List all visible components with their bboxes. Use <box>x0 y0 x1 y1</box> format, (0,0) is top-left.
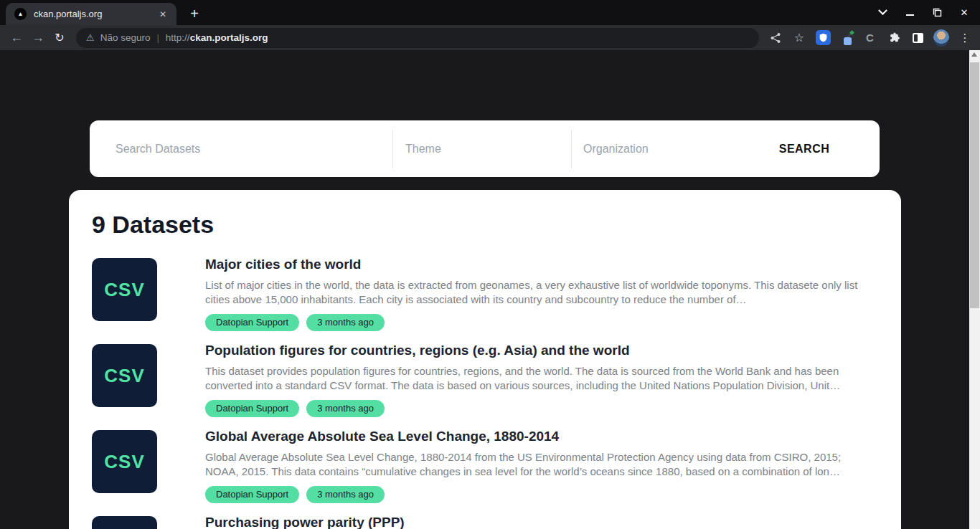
page-scrollbar[interactable] <box>969 50 980 529</box>
tab-strip: ▲ ckan.portaljs.org ✕ + ✕ <box>0 0 980 25</box>
dataset-badge: Datopian Support <box>205 400 299 417</box>
address-bar[interactable]: ⚠ Não seguro | http:// ckan.portaljs.org <box>76 28 759 48</box>
url-divider: | <box>156 32 159 43</box>
share-icon[interactable] <box>768 30 783 46</box>
scrollbar-thumb[interactable] <box>970 62 979 308</box>
format-label: CSV <box>104 279 144 301</box>
dataset-description: This dataset provides population figures… <box>205 364 876 393</box>
dataset-row: CSV Purchasing power parity (PPP) <box>92 516 876 529</box>
dataset-content: Global Average Absolute Sea Level Change… <box>205 427 876 516</box>
dataset-badges: Datopian Support3 months ago <box>205 314 876 331</box>
browser-toolbar: ← → ↻ ⚠ Não seguro | http:// ckan.portal… <box>0 25 980 50</box>
browser-menu-icon[interactable]: ⋮ <box>957 30 973 46</box>
not-secure-label: Não seguro <box>100 32 151 43</box>
theme-field-wrap <box>393 120 572 177</box>
dataset-row: CSV Global Average Absolute Sea Level Ch… <box>92 430 876 516</box>
color-picker-extension-icon[interactable] <box>839 30 854 46</box>
minimize-button[interactable] <box>904 7 915 19</box>
dataset-search-bar: SEARCH <box>90 120 880 177</box>
page-viewport: SEARCH 9 Datasets CSV Major cities of th… <box>0 50 980 529</box>
password-manager-shield-icon[interactable] <box>815 30 831 46</box>
site-favicon-icon: ▲ <box>14 8 27 20</box>
datasets-results-card: 9 Datasets CSV Major cities of the world… <box>69 190 901 529</box>
search-datasets-input[interactable] <box>116 143 365 156</box>
format-label: CSV <box>104 451 144 473</box>
close-button[interactable]: ✕ <box>958 7 970 19</box>
profile-avatar[interactable] <box>933 30 949 46</box>
url-protocol: http:// <box>166 32 190 43</box>
browser-window: ▲ ckan.portaljs.org ✕ + ✕ ← → ↻ ⚠ Não se… <box>0 0 980 529</box>
dataset-title-link[interactable]: Purchasing power parity (PPP) <box>205 513 876 529</box>
search-button[interactable]: SEARCH <box>750 120 858 177</box>
reload-button-icon[interactable]: ↻ <box>49 31 70 44</box>
tab-search-chevron-icon[interactable] <box>877 7 888 19</box>
dataset-title-link[interactable]: Global Average Absolute Sea Level Change… <box>205 427 876 446</box>
search-field-wrap <box>90 120 393 177</box>
dataset-badge: 3 months ago <box>306 400 385 417</box>
dataset-content: Major cities of the world List of major … <box>205 255 876 344</box>
dataset-badge: 3 months ago <box>306 486 385 503</box>
url-host: ckan.portaljs.org <box>190 32 268 43</box>
datasets-count-heading: 9 Datasets <box>92 210 876 239</box>
c-extension-icon[interactable]: C <box>862 30 878 46</box>
dataset-format-tile[interactable]: CSV <box>92 344 157 407</box>
not-secure-warning-icon[interactable]: ⚠ <box>86 32 95 43</box>
bookmark-star-icon[interactable]: ☆ <box>791 30 807 46</box>
dataset-row: CSV Major cities of the world List of ma… <box>92 258 876 344</box>
new-tab-button[interactable]: + <box>185 4 204 23</box>
dataset-format-tile[interactable]: CSV <box>92 430 157 493</box>
toolbar-extensions: ☆ C <box>768 30 973 46</box>
dataset-description: List of major cities in the world, the d… <box>205 278 876 307</box>
dataset-badges: Datopian Support3 months ago <box>205 486 876 503</box>
scroll-up-arrow-icon[interactable] <box>971 52 977 57</box>
dataset-row: CSV Population figures for countries, re… <box>92 344 876 430</box>
format-label: CSV <box>104 365 144 387</box>
dataset-badge: 3 months ago <box>306 314 385 331</box>
theme-input[interactable] <box>405 143 555 156</box>
dataset-format-tile[interactable]: CSV <box>92 258 157 321</box>
tab-close-icon[interactable]: ✕ <box>156 8 169 21</box>
dataset-list: CSV Major cities of the world List of ma… <box>92 258 876 529</box>
side-panel-icon[interactable] <box>910 30 925 46</box>
back-button-icon[interactable]: ← <box>6 30 27 45</box>
dataset-content: Population figures for countries, region… <box>205 341 876 430</box>
dataset-badge: Datopian Support <box>205 314 299 331</box>
dataset-badges: Datopian Support3 months ago <box>205 400 876 417</box>
dataset-description: Global Average Absolute Sea Level Change… <box>205 450 876 479</box>
tab-title: ckan.portaljs.org <box>34 9 156 19</box>
dataset-content: Purchasing power parity (PPP) <box>205 513 876 529</box>
forward-button-icon[interactable]: → <box>27 30 49 45</box>
dataset-format-tile[interactable]: CSV <box>92 516 157 529</box>
dataset-title-link[interactable]: Major cities of the world <box>205 255 876 274</box>
restore-button[interactable] <box>931 7 943 19</box>
browser-tab[interactable]: ▲ ckan.portaljs.org ✕ <box>6 3 176 25</box>
extensions-puzzle-icon[interactable] <box>886 30 902 46</box>
dataset-title-link[interactable]: Population figures for countries, region… <box>205 341 876 360</box>
window-controls: ✕ <box>877 0 974 25</box>
dataset-badge: Datopian Support <box>205 486 299 503</box>
